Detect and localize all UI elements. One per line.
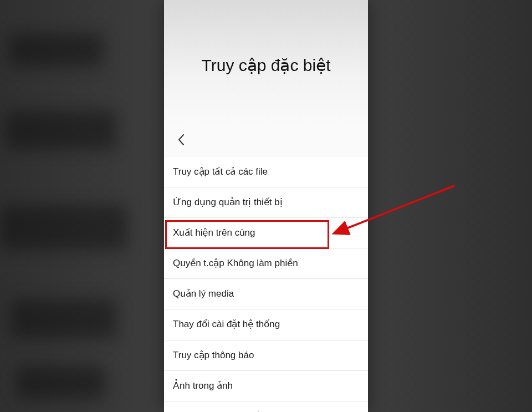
list-item-label: Ảnh trong ảnh bbox=[173, 380, 233, 391]
background-shape bbox=[11, 299, 116, 338]
background-shape bbox=[6, 111, 116, 150]
phone-screen: Truy cập đặc biệt Truy cập tất cả các fi… bbox=[164, 0, 368, 412]
list-item[interactable]: Truy cập tất cả các file bbox=[164, 157, 368, 187]
header-area: Truy cập đặc biệt bbox=[164, 0, 368, 125]
list-item[interactable]: Quyền t.cập Không làm phiền bbox=[164, 248, 368, 279]
list-item[interactable]: Dùng dịch vụ tin nhắn SMS premium bbox=[164, 401, 368, 412]
background-shape bbox=[9, 33, 103, 67]
page-title: Truy cập đặc biệt bbox=[202, 55, 331, 75]
list-item-label: Xuất hiện trên cùng bbox=[173, 227, 255, 238]
list-item-label: Ứng dụng quản trị thiết bị bbox=[173, 197, 283, 207]
settings-list: Truy cập tất cả các file Ứng dụng quản t… bbox=[164, 157, 368, 412]
list-item-label: Quyền t.cập Không làm phiền bbox=[173, 258, 298, 268]
list-item-label: Thay đổi cài đặt hệ thống bbox=[173, 319, 280, 329]
list-item-label: Quản lý media bbox=[173, 288, 234, 299]
back-icon[interactable] bbox=[172, 130, 191, 151]
list-item[interactable]: Truy cập thông báo bbox=[164, 340, 368, 371]
background-shape bbox=[0, 205, 127, 250]
list-item[interactable]: Thay đổi cài đặt hệ thống bbox=[164, 309, 368, 340]
list-item[interactable]: Ứng dụng quản trị thiết bị bbox=[164, 187, 368, 218]
stage: Truy cập đặc biệt Truy cập tất cả các fi… bbox=[0, 0, 532, 412]
list-item[interactable]: Ảnh trong ảnh bbox=[164, 371, 368, 401]
background-shape bbox=[17, 366, 105, 399]
back-row bbox=[164, 125, 368, 157]
list-item-label: Truy cập tất cả các file bbox=[173, 166, 268, 177]
list-item-appear-on-top[interactable]: Xuất hiện trên cùng bbox=[164, 218, 368, 248]
list-item[interactable]: Quản lý media bbox=[164, 279, 368, 309]
list-item-label: Truy cập thông báo bbox=[173, 350, 254, 360]
